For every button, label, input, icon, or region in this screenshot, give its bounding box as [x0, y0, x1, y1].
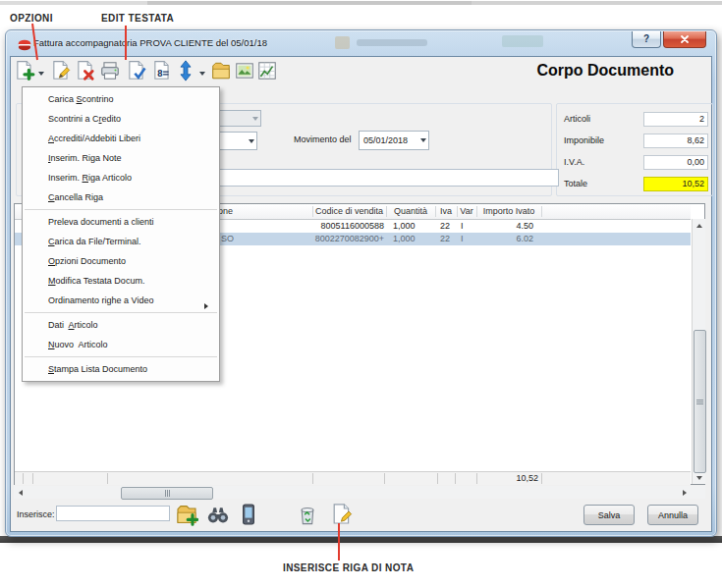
column-header[interactable]: Codice di vendita — [312, 206, 386, 216]
column-header[interactable]: Importo Ivato — [476, 206, 541, 216]
inserisce-input[interactable] — [56, 506, 170, 521]
horizontal-scroll-thumb[interactable] — [121, 487, 213, 500]
footer-separator — [541, 473, 542, 484]
folder-plus-icon — [175, 503, 198, 528]
cell-importo: 4.50 — [476, 221, 541, 231]
documents-button[interactable] — [209, 60, 233, 83]
move-rows-button-dropdown[interactable] — [197, 69, 206, 79]
scroll-right-button[interactable] — [678, 486, 691, 499]
menu-item-ordinamento-righe-a-video[interactable]: Ordinamento righe a Video — [23, 291, 219, 310]
delete-row-button[interactable] — [74, 60, 97, 83]
cell-var: I — [457, 221, 476, 231]
close-icon — [680, 34, 690, 44]
app-logo-icon — [18, 37, 31, 55]
move-rows-button[interactable] — [174, 60, 197, 83]
menu-item-stampa-lista-documento[interactable]: Stampa Lista Documento — [23, 359, 219, 379]
header-separator — [386, 206, 387, 217]
menu-item-label: Inserim. Riga Note — [48, 153, 122, 163]
table-footer-totals: 10,52 — [15, 471, 691, 485]
annotation-edit-testata: EDIT TESTATA — [101, 13, 174, 24]
cell-importo: 6.02 — [476, 234, 541, 243]
cell-var: I — [457, 234, 476, 243]
menu-item-inserim-riga-note[interactable]: Inserim. Riga Note — [23, 148, 219, 168]
cell-quantita: 1,000 — [386, 234, 435, 243]
menu-item-label: Stampa Lista Documento — [48, 364, 147, 374]
column-header[interactable]: Quantità — [386, 206, 435, 216]
cell-codice: 8005116000588 — [312, 221, 386, 231]
menu-item-modifica-testata-docum[interactable]: Modifica Testata Docum. — [23, 271, 219, 291]
arrow-down-icon — [696, 476, 702, 483]
add-row-button-dropdown[interactable] — [36, 69, 45, 79]
totals-value-totale[interactable]: 10,52 — [643, 177, 708, 191]
menu-item-nuovo-articolo[interactable]: Nuovo Articolo — [23, 335, 219, 354]
footer-separator — [107, 473, 108, 484]
pda-icon — [237, 503, 260, 528]
menu-item-carica-scontrino[interactable]: Carica Scontrino — [23, 89, 219, 109]
menu-item-scontrini-a-credito[interactable]: Scontrini a Credito — [23, 109, 219, 129]
row-codes-button[interactable]: 8 — [150, 60, 174, 83]
images-button[interactable] — [233, 60, 256, 83]
help-button[interactable]: ? — [632, 31, 661, 48]
footer-separator — [23, 473, 24, 484]
menu-item-dati-articolo[interactable]: Dati Articolo — [23, 315, 219, 335]
horizontal-scrollbar[interactable] — [14, 486, 705, 499]
menu-item-opzioni-documento[interactable]: Opzioni Documento — [23, 251, 219, 271]
section-title: Corpo Documento — [536, 62, 674, 80]
print-button[interactable] — [98, 60, 122, 83]
search-button[interactable] — [205, 503, 231, 528]
menu-item-label: Inserim. Riga Articolo — [48, 173, 132, 183]
header-separator — [476, 206, 477, 217]
totals-label-iva: I.V.A. — [564, 157, 584, 167]
insert-note-button[interactable] — [329, 503, 355, 528]
menu-item-carica-da-file-terminal[interactable]: Carica da File/Terminal. — [23, 232, 219, 251]
vertical-scrollbar[interactable] — [692, 219, 705, 484]
background-window-edge — [147, 1, 472, 5]
chevron-down-icon — [199, 72, 205, 79]
terminal-button[interactable] — [236, 503, 261, 528]
add-article-button[interactable] — [174, 503, 199, 528]
menu-separator — [25, 356, 217, 357]
delete-article-button[interactable] — [295, 503, 320, 528]
menu-item-inserim-riga-articolo[interactable]: Inserim. Riga Articolo — [23, 168, 219, 187]
excel-icon — [256, 60, 278, 83]
edit-testata-button[interactable] — [125, 60, 148, 83]
chevron-down-icon — [247, 136, 256, 146]
folder-icon — [210, 60, 232, 83]
background-window-edge — [472, 1, 722, 5]
column-header[interactable]: Var — [457, 206, 476, 216]
menu-item-label: Nuovo Articolo — [48, 340, 108, 349]
footer-separator — [32, 473, 33, 484]
add-row-button[interactable] — [13, 60, 36, 83]
column-header[interactable]: Iva — [435, 206, 457, 216]
menu-item-label: Accrediti/Addebiti Liberi — [48, 134, 140, 143]
annulla-button[interactable]: Annulla — [647, 505, 698, 525]
background-window-edge — [0, 1, 147, 5]
totals-label-imponibile: Imponibile — [564, 135, 604, 145]
scroll-left-button[interactable] — [14, 486, 27, 499]
totals-value-imponibile[interactable]: 8,62 — [643, 134, 708, 148]
screenshot-canvas: OPZIONI EDIT TESTATA INSERISCE RIGA DI N… — [0, 0, 722, 588]
menu-item-label: Opzioni Documento — [48, 256, 126, 266]
close-button[interactable] — [663, 31, 706, 48]
cell-iva: 22 — [435, 221, 457, 231]
chevron-down-icon — [250, 114, 260, 124]
export-excel-button[interactable] — [255, 60, 279, 83]
footer-separator — [312, 473, 313, 484]
vertical-scroll-thumb[interactable] — [694, 330, 706, 473]
edit-row-button[interactable] — [49, 60, 73, 83]
movimento-date-value: 05/01/2018 — [360, 135, 418, 145]
title-bar[interactable]: Fattura accompagnatoria PROVA CLIENTE de… — [6, 30, 716, 56]
menu-item-preleva-documenti-a-clienti[interactable]: Preleva documenti a clienti — [23, 212, 219, 232]
background-ghost-shape — [502, 35, 543, 47]
scroll-up-button[interactable] — [693, 219, 705, 232]
totals-value-iva[interactable]: 0,00 — [643, 155, 708, 170]
totals-value-articoli[interactable]: 2 — [643, 112, 708, 127]
menu-item-label: Ordinamento righe a Video — [48, 295, 153, 305]
menu-item-accrediti-addebiti-liberi[interactable]: Accrediti/Addebiti Liberi — [23, 129, 219, 148]
totals-label-articoli: Articoli — [564, 114, 590, 124]
menu-item-label: Preleva documenti a clienti — [48, 217, 154, 227]
movimento-date-combo[interactable]: 05/01/2018 — [359, 131, 429, 150]
salva-button[interactable]: Salva — [583, 505, 635, 525]
footer-separator — [455, 473, 456, 484]
menu-item-cancella-riga[interactable]: Cancella Riga — [23, 187, 219, 207]
